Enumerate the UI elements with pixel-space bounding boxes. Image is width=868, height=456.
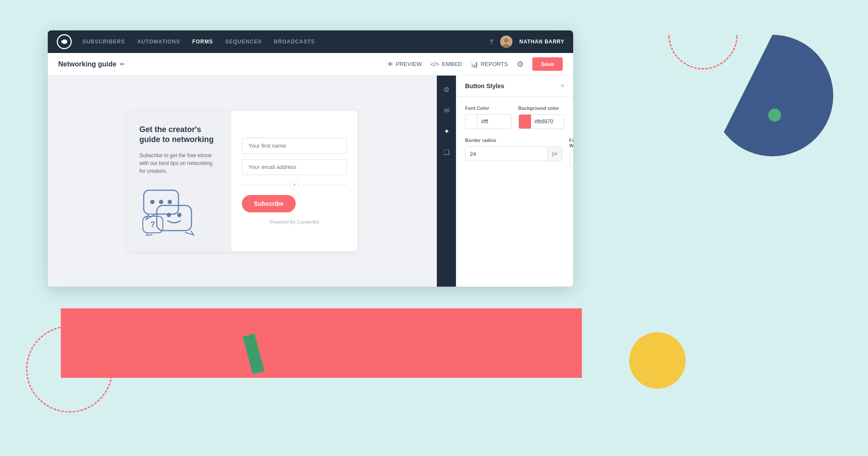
nav-subscribers[interactable]: SUBSCRIBERS	[83, 39, 125, 45]
svg-point-6	[159, 200, 163, 204]
form-left: Get the creator's guide to networking Su…	[127, 111, 231, 252]
font-color-swatch	[465, 115, 478, 129]
email-input[interactable]	[242, 159, 347, 175]
radius-weight-row: Border radius px Font Weight Normal Bold…	[465, 138, 564, 166]
code-icon: </>	[431, 61, 439, 68]
bg-color-field: Background color #fb6970	[518, 106, 565, 129]
svg-point-5	[150, 200, 155, 204]
sidebar-settings-icon[interactable]: ⚙	[439, 83, 453, 96]
bg-dashed-arc	[668, 35, 738, 69]
svg-point-2	[504, 38, 508, 43]
panel-header: Button Styles ×	[456, 76, 573, 97]
svg-point-7	[168, 200, 172, 204]
eye-icon: 👁	[387, 61, 393, 68]
border-radius-input[interactable]	[465, 151, 547, 157]
form-right: + Subscribe Powered By ConvertKit	[231, 111, 357, 252]
panel-close-icon[interactable]: ×	[561, 83, 564, 89]
reports-button[interactable]: 📊 REPORTS	[471, 61, 508, 68]
bg-red-rectangle	[61, 308, 582, 378]
divider-icon: +	[290, 180, 299, 190]
powered-by-text: Powered By ConvertKit	[242, 219, 347, 225]
bg-color-value[interactable]: #fb6970	[531, 119, 564, 125]
font-weight-select[interactable]: Normal Bold Bolder	[569, 152, 573, 166]
border-radius-unit: px	[547, 147, 562, 161]
top-nav: SUBSCRIBERS AUTOMATIONS FORMS SEQUENCES …	[48, 30, 573, 53]
toolbar: Networking guide ✏ 👁 PREVIEW </> EMBED 📊…	[48, 53, 573, 76]
font-color-label: Font Color	[465, 106, 512, 111]
font-color-field: Font Color #fff	[465, 106, 512, 129]
font-weight-field: Font Weight Normal Bold Bolder	[569, 138, 573, 166]
help-button[interactable]: ?	[489, 38, 493, 45]
nav-automations[interactable]: AUTOMATIONS	[137, 39, 180, 45]
form-description: Subscribe to get the free ebook with our…	[139, 152, 219, 175]
subscribe-button[interactable]: Subscribe	[242, 195, 296, 212]
nav-sequences[interactable]: SEQUENCES	[225, 39, 262, 45]
bg-dashed-circle	[26, 326, 113, 413]
color-row: Font Color #fff Background color #fb6970	[465, 106, 564, 129]
form-title: Networking guide ✏	[58, 60, 125, 68]
canvas-area: Get the creator's guide to networking Su…	[48, 76, 437, 287]
form-illustration: ?	[139, 184, 196, 236]
font-weight-label: Font Weight	[569, 138, 573, 148]
panel-body: Font Color #fff Background color #fb6970	[456, 97, 573, 184]
reports-label: REPORTS	[481, 61, 508, 67]
username-label: NATHAN BARRY	[519, 39, 564, 45]
sidebar-mail-icon[interactable]: ✉	[439, 103, 453, 117]
divider-row: +	[242, 180, 347, 190]
nav-forms[interactable]: FORMS	[192, 39, 213, 45]
main-content: Get the creator's guide to networking Su…	[48, 76, 573, 287]
first-name-input[interactable]	[242, 138, 347, 154]
bg-color-label: Background color	[518, 106, 565, 111]
settings-icon[interactable]: ⚙	[517, 59, 524, 69]
embed-label: EMBED	[442, 61, 462, 67]
nav-broadcasts[interactable]: BROADCASTS	[274, 39, 315, 45]
form-card: Get the creator's guide to networking Su…	[127, 111, 357, 252]
bg-color-input[interactable]: #fb6970	[518, 114, 565, 129]
svg-point-9	[167, 213, 171, 217]
divider-line-right	[303, 185, 347, 185]
border-radius-field: Border radius px	[465, 138, 562, 166]
preview-button[interactable]: 👁 PREVIEW	[387, 61, 422, 68]
bg-yellow-circle	[629, 332, 686, 389]
edit-title-icon[interactable]: ✏	[120, 61, 125, 68]
svg-point-10	[177, 213, 182, 217]
embed-button[interactable]: </> EMBED	[431, 61, 462, 68]
save-button[interactable]: Save	[532, 57, 563, 71]
form-title-text: Networking guide	[58, 60, 116, 68]
border-radius-input-row: px	[465, 146, 562, 161]
sidebar-layers-icon[interactable]: ❑	[439, 145, 453, 159]
app-logo	[56, 34, 72, 50]
bg-green-circle	[768, 109, 781, 122]
divider-line-left	[242, 185, 286, 185]
button-styles-panel: Button Styles × Font Color #fff Backgrou…	[456, 76, 573, 287]
border-radius-label: Border radius	[465, 138, 562, 143]
preview-label: PREVIEW	[396, 61, 422, 67]
form-headline: Get the creator's guide to networking	[139, 125, 219, 145]
bg-color-swatch	[519, 115, 531, 129]
sidebar-wand-icon[interactable]: ✦	[439, 124, 453, 138]
svg-text:?: ?	[150, 220, 155, 229]
font-color-input[interactable]: #fff	[465, 114, 512, 129]
nav-right: ? NATHAN BARRY	[489, 36, 564, 48]
bar-chart-icon: 📊	[471, 61, 478, 68]
app-window: SUBSCRIBERS AUTOMATIONS FORMS SEQUENCES …	[48, 30, 573, 287]
font-color-value[interactable]: #fff	[478, 119, 511, 125]
nav-items: SUBSCRIBERS AUTOMATIONS FORMS SEQUENCES …	[83, 39, 489, 45]
toolbar-actions: 👁 PREVIEW </> EMBED 📊 REPORTS ⚙ Save	[387, 57, 563, 71]
avatar	[500, 36, 512, 48]
sidebar-icons: ⚙ ✉ ✦ ❑	[437, 76, 456, 287]
panel-title: Button Styles	[465, 83, 504, 89]
